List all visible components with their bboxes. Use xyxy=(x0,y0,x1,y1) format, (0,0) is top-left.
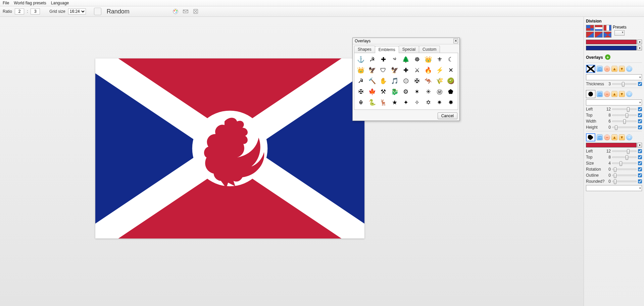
emblem-28[interactable]: 🍁 xyxy=(367,87,377,97)
emblem-13[interactable]: ✚ xyxy=(401,65,411,75)
prop-slider[interactable] xyxy=(612,83,637,85)
grid-size-select[interactable]: 16:24 xyxy=(68,8,86,14)
move-up-button[interactable]: ▲ xyxy=(611,91,617,97)
emblem-12[interactable]: 🦅 xyxy=(390,65,400,75)
emblem-15[interactable]: 🔥 xyxy=(423,65,433,75)
emblem-41[interactable]: ✧ xyxy=(412,97,422,107)
emblem-29[interactable]: ⚒ xyxy=(378,87,388,97)
emblem-27[interactable]: ✠ xyxy=(356,87,366,97)
popup-body[interactable]: ⚓☭✚༄🌲☸👑⚜☾👑🦅🛡🦅✚⚔🔥⚡✕☭🔨✋🎵۞✠🦘🌾🥝✠🍁⚒🐉⚙✶✳㊙⬟☬🐍🦌★… xyxy=(354,53,458,110)
prop-slider[interactable] xyxy=(612,150,637,152)
emblem-5[interactable]: ☸ xyxy=(412,54,422,64)
cancel-button[interactable]: Cancel xyxy=(438,113,457,119)
add-child-button[interactable]: ＋ xyxy=(626,66,632,72)
dice-icon[interactable] xyxy=(192,8,199,15)
emblem-6[interactable]: 👑 xyxy=(423,54,433,64)
emblem-9[interactable]: 👑 xyxy=(356,65,366,75)
prop-slider[interactable] xyxy=(612,115,637,116)
prop-lock[interactable] xyxy=(638,167,642,171)
emblem-37[interactable]: 🐍 xyxy=(367,97,377,107)
prop-lock[interactable] xyxy=(638,119,642,123)
emblem-35[interactable]: ⬟ xyxy=(446,87,456,97)
overlay-thumb-rooster[interactable] xyxy=(586,133,595,141)
emblem-31[interactable]: ⚙ xyxy=(401,87,411,97)
prop-lock[interactable] xyxy=(638,155,642,159)
prop-lock[interactable] xyxy=(638,173,642,177)
overlay-thumb-saltire[interactable] xyxy=(586,65,595,73)
tab-special[interactable]: Special xyxy=(399,46,419,53)
clone-button[interactable]: ◫ xyxy=(597,66,603,72)
emblem-40[interactable]: ✦ xyxy=(401,97,411,107)
division-color-1-picker[interactable]: ▾ xyxy=(637,40,642,44)
emblem-21[interactable]: 🎵 xyxy=(390,76,400,86)
division-color-1[interactable] xyxy=(586,40,637,44)
move-down-button[interactable]: ▼ xyxy=(619,66,625,72)
emblem-16[interactable]: ⚡ xyxy=(435,65,445,75)
overlay-type-combo[interactable] xyxy=(586,74,642,80)
remove-button[interactable]: – xyxy=(604,66,610,72)
emblem-7[interactable]: ⚜ xyxy=(435,54,445,64)
prop-slider[interactable] xyxy=(612,121,637,122)
overlay-stroke-combo[interactable] xyxy=(586,185,642,191)
emblem-2[interactable]: ✚ xyxy=(378,54,388,64)
division-saltire[interactable] xyxy=(603,32,611,38)
move-up-button[interactable]: ▲ xyxy=(611,134,617,140)
emblem-44[interactable]: ✸ xyxy=(446,97,456,107)
emblem-1[interactable]: ☭ xyxy=(367,54,377,64)
tab-emblems[interactable]: Emblems xyxy=(375,46,399,53)
division-color-2[interactable] xyxy=(586,46,637,50)
prop-lock[interactable] xyxy=(638,161,642,165)
emblem-25[interactable]: 🌾 xyxy=(435,76,445,86)
prop-lock[interactable] xyxy=(638,149,642,153)
emblem-39[interactable]: ★ xyxy=(390,97,400,107)
mail-icon[interactable] xyxy=(182,8,189,15)
emblem-33[interactable]: ✳ xyxy=(423,87,433,97)
emblem-42[interactable]: ✡ xyxy=(423,97,433,107)
emblem-43[interactable]: ✷ xyxy=(435,97,445,107)
ratio-b-input[interactable] xyxy=(31,8,40,14)
emblem-22[interactable]: ۞ xyxy=(401,76,411,86)
menu-language[interactable]: Language xyxy=(51,1,69,5)
tab-shapes[interactable]: Shapes xyxy=(354,46,375,53)
emblem-3[interactable]: ༄ xyxy=(390,54,400,64)
clone-button[interactable]: ◫ xyxy=(597,91,603,97)
emblem-20[interactable]: ✋ xyxy=(378,76,388,86)
emblem-34[interactable]: ㊙ xyxy=(435,87,445,97)
prop-lock[interactable] xyxy=(638,125,642,129)
menu-file[interactable]: File xyxy=(3,1,9,5)
overlay-color[interactable] xyxy=(586,143,637,147)
prop-slider[interactable] xyxy=(612,181,637,182)
emblem-14[interactable]: ⚔ xyxy=(412,65,422,75)
remove-button[interactable]: – xyxy=(604,134,610,140)
prop-lock[interactable] xyxy=(638,107,642,111)
prop-slider[interactable] xyxy=(612,175,637,176)
clone-button[interactable]: ◫ xyxy=(597,134,603,140)
division-vertical[interactable] xyxy=(603,25,611,31)
division-horizontal[interactable] xyxy=(595,25,603,31)
emblem-4[interactable]: 🌲 xyxy=(401,54,411,64)
emblem-19[interactable]: 🔨 xyxy=(367,76,377,86)
emblem-32[interactable]: ✶ xyxy=(412,87,422,97)
emblem-10[interactable]: 🦅 xyxy=(367,65,377,75)
division-checker[interactable] xyxy=(586,25,594,31)
emblem-0[interactable]: ⚓ xyxy=(356,54,366,64)
popup-titlebar[interactable]: Overlays ✕ xyxy=(353,38,459,44)
prop-slider[interactable] xyxy=(612,157,637,158)
prop-slider[interactable] xyxy=(612,169,637,170)
overlay-type-combo[interactable] xyxy=(586,99,642,105)
add-overlay-button[interactable]: + xyxy=(605,54,610,60)
emblem-18[interactable]: ☭ xyxy=(356,76,366,86)
overlay-color-picker[interactable]: ▾ xyxy=(637,143,642,147)
remove-button[interactable]: – xyxy=(604,91,610,97)
add-child-button[interactable]: ＋ xyxy=(626,91,632,97)
move-down-button[interactable]: ▼ xyxy=(619,134,625,140)
emblem-17[interactable]: ✕ xyxy=(446,65,456,75)
prop-lock[interactable] xyxy=(638,113,642,117)
emblem-30[interactable]: 🐉 xyxy=(390,87,400,97)
division-diag1[interactable] xyxy=(586,32,594,38)
prop-slider[interactable] xyxy=(612,127,637,128)
add-child-button[interactable]: ＋ xyxy=(626,134,632,140)
prop-slider[interactable] xyxy=(612,163,637,164)
overlay-thumb-circle[interactable] xyxy=(586,90,595,98)
emblem-8[interactable]: ☾ xyxy=(446,54,456,64)
